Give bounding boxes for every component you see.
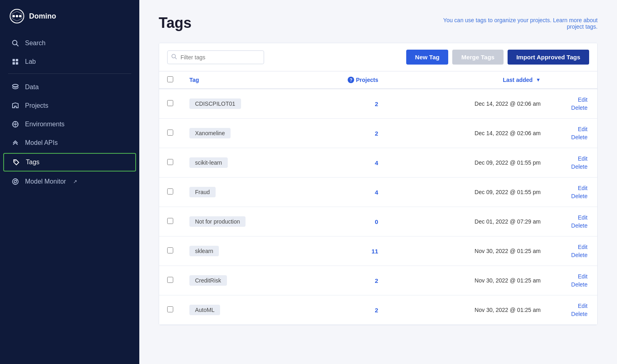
projects-icon — [11, 102, 19, 110]
merge-tags-button[interactable]: Merge Tags — [452, 50, 503, 65]
filter-search-icon — [171, 54, 177, 61]
edit-tag-button[interactable]: Edit — [576, 125, 589, 133]
row-checkbox-cell — [159, 266, 181, 295]
row-tag-cell: Not for production — [181, 207, 294, 236]
select-all-checkbox[interactable] — [167, 76, 173, 82]
row-projects-cell: 2 — [294, 119, 386, 148]
header-projects[interactable]: ? Projects — [294, 71, 386, 89]
sidebar-divider — [8, 73, 131, 74]
row-checkbox-2[interactable] — [167, 159, 173, 165]
search-icon — [11, 39, 19, 47]
row-tag-cell: Fraud — [181, 178, 294, 207]
row-checkbox-5[interactable] — [167, 247, 173, 253]
svg-line-5 — [17, 44, 19, 46]
sidebar-item-tags[interactable]: Tags — [3, 153, 136, 172]
edit-tag-button[interactable]: Edit — [576, 272, 589, 280]
svg-rect-9 — [16, 62, 18, 65]
row-tag-cell: sklearn — [181, 236, 294, 266]
table-row: AutoML 2 Nov 30, 2022 @ 01:25 am Edit De… — [159, 295, 597, 325]
toolbar-buttons: New Tag Merge Tags Import Approved Tags — [406, 50, 589, 65]
svg-rect-8 — [13, 62, 15, 65]
app-name: Domino — [29, 12, 56, 21]
delete-tag-button[interactable]: Delete — [570, 163, 589, 171]
tag-badge: CDISCPILOT01 — [189, 98, 241, 109]
row-checkbox-cell — [159, 148, 181, 178]
delete-tag-button[interactable]: Delete — [570, 251, 589, 259]
header-tag[interactable]: Tag — [181, 71, 294, 89]
page-header: Tags You can use tags to organize your p… — [159, 15, 598, 31]
row-last-added-cell: Nov 30, 2022 @ 01:25 am — [386, 266, 549, 295]
tags-icon — [12, 158, 20, 166]
sidebar-item-data[interactable]: Data — [0, 78, 139, 96]
row-projects-cell: 2 — [294, 89, 386, 119]
svg-line-17 — [175, 58, 177, 59]
edit-tag-button[interactable]: Edit — [576, 184, 589, 192]
header-checkbox-cell — [159, 71, 181, 89]
row-projects-cell: 11 — [294, 236, 386, 266]
import-approved-tags-button[interactable]: Import Approved Tags — [508, 50, 589, 65]
tag-badge: Not for production — [189, 216, 246, 227]
logo: Domino — [0, 0, 139, 32]
main-content: Tags You can use tags to organize your p… — [139, 0, 617, 364]
row-last-added-cell: Dec 01, 2022 @ 07:29 am — [386, 207, 549, 236]
tag-badge: Xanomeline — [189, 128, 231, 138]
delete-tag-button[interactable]: Delete — [570, 133, 589, 141]
tag-badge: scikit-learn — [189, 157, 228, 168]
edit-tag-button[interactable]: Edit — [576, 243, 589, 251]
delete-tag-button[interactable]: Delete — [570, 280, 589, 289]
row-last-added-cell: Nov 30, 2022 @ 01:25 am — [386, 295, 549, 325]
row-checkbox-6[interactable] — [167, 277, 173, 283]
svg-point-14 — [14, 180, 17, 183]
edit-tag-button[interactable]: Edit — [576, 213, 589, 222]
sidebar-item-environments[interactable]: Environments — [0, 115, 139, 134]
svg-point-3 — [19, 15, 21, 17]
row-checkbox-cell — [159, 119, 181, 148]
svg-rect-6 — [13, 59, 15, 61]
model-apis-icon — [11, 139, 19, 147]
row-projects-cell: 4 — [294, 148, 386, 178]
sidebar-item-label: Model Monitor — [25, 178, 66, 185]
row-checkbox-1[interactable] — [167, 130, 173, 136]
tag-badge: AutoML — [189, 305, 220, 315]
page-title: Tags — [159, 15, 191, 31]
row-last-added-cell: Dec 14, 2022 @ 02:06 am — [386, 119, 549, 148]
new-tag-button[interactable]: New Tag — [406, 50, 449, 65]
row-tag-cell: CDISCPILOT01 — [181, 89, 294, 119]
tag-badge: CreditRisk — [189, 275, 227, 286]
table-toolbar: New Tag Merge Tags Import Approved Tags — [159, 43, 597, 71]
row-checkbox-cell — [159, 89, 181, 119]
sidebar-item-model-monitor[interactable]: Model Monitor ↗ — [0, 172, 139, 191]
row-actions-cell: Edit Delete — [549, 295, 597, 325]
edit-tag-button[interactable]: Edit — [576, 155, 589, 163]
delete-tag-button[interactable]: Delete — [570, 310, 589, 318]
header-last-added[interactable]: Last added ▼ — [386, 71, 549, 89]
row-last-added-cell: Dec 09, 2022 @ 01:55 pm — [386, 178, 549, 207]
row-projects-cell: 0 — [294, 207, 386, 236]
table-header-row: Tag ? Projects Last added ▼ — [159, 71, 597, 89]
delete-tag-button[interactable]: Delete — [570, 192, 589, 200]
model-monitor-icon — [11, 178, 19, 186]
sidebar-item-model-apis[interactable]: Model APIs — [0, 134, 139, 152]
sidebar-item-label: Model APIs — [25, 139, 58, 146]
row-actions-cell: Edit Delete — [549, 178, 597, 207]
sidebar: Domino Search Lab Dat — [0, 0, 139, 364]
row-checkbox-7[interactable] — [167, 306, 173, 312]
row-checkbox-3[interactable] — [167, 188, 173, 195]
row-checkbox-0[interactable] — [167, 100, 173, 106]
table-row: CDISCPILOT01 2 Dec 14, 2022 @ 02:06 am E… — [159, 89, 597, 119]
delete-tag-button[interactable]: Delete — [570, 222, 589, 230]
row-projects-cell: 2 — [294, 266, 386, 295]
row-checkbox-4[interactable] — [167, 218, 173, 224]
edit-tag-button[interactable]: Edit — [576, 302, 589, 310]
sidebar-item-label: Environments — [25, 121, 65, 128]
sidebar-item-projects[interactable]: Projects — [0, 96, 139, 115]
table-row: CreditRisk 2 Nov 30, 2022 @ 01:25 am Edi… — [159, 266, 597, 295]
filter-tags-input[interactable] — [167, 50, 264, 64]
sidebar-item-lab[interactable]: Lab — [0, 52, 139, 71]
delete-tag-button[interactable]: Delete — [570, 104, 589, 112]
edit-tag-button[interactable]: Edit — [576, 96, 589, 104]
tag-badge: Fraud — [189, 187, 216, 197]
sidebar-item-label: Tags — [26, 159, 40, 166]
table-row: Xanomeline 2 Dec 14, 2022 @ 02:06 am Edi… — [159, 119, 597, 148]
sidebar-item-search[interactable]: Search — [0, 34, 139, 52]
